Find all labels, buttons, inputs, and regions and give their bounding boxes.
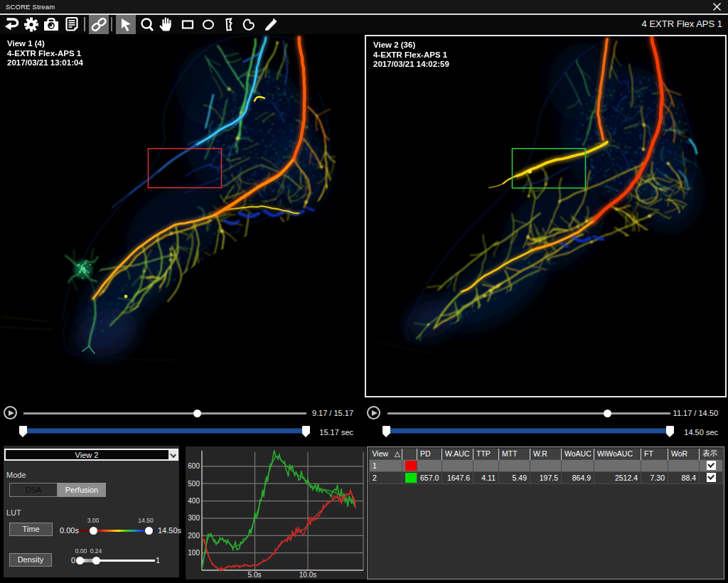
- svg-text:200: 200: [188, 532, 200, 540]
- svg-text:5.0s: 5.0s: [248, 571, 262, 579]
- svg-text:100: 100: [188, 549, 200, 557]
- svg-text:300: 300: [188, 514, 200, 522]
- svg-text:400: 400: [188, 497, 200, 505]
- svg-text:500: 500: [188, 480, 200, 488]
- svg-text:600: 600: [188, 462, 200, 470]
- svg-text:10.0s: 10.0s: [299, 571, 316, 579]
